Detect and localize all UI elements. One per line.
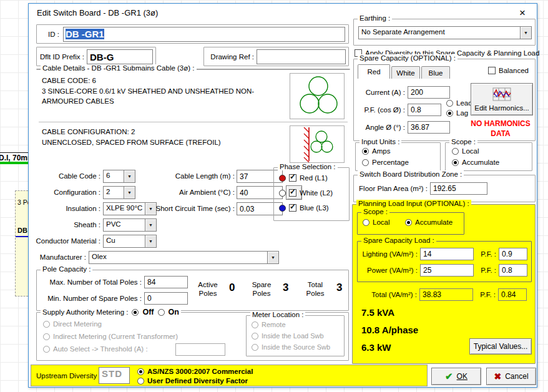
blue-phase-dot: [279, 205, 286, 212]
scope-local-radio[interactable]: [452, 148, 459, 155]
cable-config-line2: UNENCLOSED, SPACED FROM SURFACE (TREFOIL…: [42, 137, 285, 148]
power-label: Power (VA/m²) :: [358, 267, 418, 274]
red-phase-checkbox[interactable]: ✓: [289, 174, 296, 182]
asnzs-radio[interactable]: [137, 368, 144, 375]
edit-harmonics-label: Edit Harmonics...: [474, 104, 529, 112]
amps-radio[interactable]: [362, 148, 369, 155]
threshold-input[interactable]: [175, 343, 225, 356]
configuration-select[interactable]: 2 ▼: [103, 186, 135, 199]
asnzs-label: AS/NZS 3000:2007 Commercial: [147, 368, 253, 375]
planning-accumulate-radio[interactable]: [405, 219, 412, 226]
chevron-down-icon[interactable]: ▼: [145, 235, 157, 248]
cable-length-label: Cable Length (m) :: [144, 172, 235, 180]
floor-area-input[interactable]: [430, 182, 487, 195]
insulation-label: Insulation :: [29, 205, 100, 212]
chevron-down-icon[interactable]: ▼: [145, 218, 157, 232]
ok-button[interactable]: ✔ OK: [431, 368, 481, 385]
background-cable-label: D.I, 70mm: [0, 154, 28, 162]
cable-config-line1: CABLE CONFIGURATION: 2: [42, 127, 285, 137]
upstream-diversity-bar: Upstream Diversity STD AS/NZS 3000:2007 …: [31, 365, 428, 386]
scope-local-label: Local: [462, 147, 479, 155]
cable-code-select[interactable]: 6 ▼: [103, 170, 135, 183]
percentage-radio[interactable]: [362, 159, 369, 166]
inside-source-radio[interactable]: [252, 344, 258, 351]
close-icon[interactable]: ×: [516, 6, 529, 19]
metering-off-label: Off: [142, 308, 154, 316]
pf-input[interactable]: [408, 104, 441, 116]
max-poles-input[interactable]: [144, 276, 188, 288]
spare-capacity-group: Spare Capacity (OPTIONAL) : Red White Bl…: [353, 59, 536, 141]
metering-on-radio[interactable]: [158, 309, 165, 316]
scope-accumulate-radio[interactable]: [452, 159, 459, 166]
total-poles-value: 3: [336, 282, 342, 294]
drawing-ref-label: Drawing Ref :: [207, 53, 254, 61]
red-phase-label: Red (L1): [300, 174, 328, 182]
cable-details-divider: [39, 122, 348, 122]
user-defined-label: User Defined Diversity Factor: [147, 377, 248, 385]
cancel-button[interactable]: ✖ Cancel: [486, 368, 536, 385]
chevron-down-icon[interactable]: ▼: [124, 186, 135, 199]
total-input[interactable]: [419, 288, 473, 301]
min-poles-input[interactable]: [144, 292, 188, 305]
short-circuit-label: Short Circuit Time (sec) :: [144, 205, 235, 212]
conductor-material-select[interactable]: Cu ▼: [103, 235, 157, 248]
auto-select-radio[interactable]: [43, 346, 50, 353]
cancel-x-icon: ✖: [494, 371, 501, 381]
lag-radio[interactable]: [446, 110, 453, 117]
manufacturer-select[interactable]: Olex ▼: [89, 251, 279, 264]
metering-title: Supply Authority Metering :: [42, 308, 128, 316]
background-green-bar: [0, 162, 28, 164]
total-pf-input[interactable]: [498, 288, 527, 301]
min-poles-label: Min. Number of Spare Poles :: [42, 295, 142, 302]
spare-poles-label: Spare Poles: [248, 280, 275, 298]
angle-input[interactable]: [408, 121, 450, 134]
planning-local-radio[interactable]: [363, 219, 369, 226]
balanced-checkbox[interactable]: [488, 67, 496, 74]
tab-white[interactable]: White: [391, 66, 420, 79]
current-label: Current (A) :: [356, 89, 405, 96]
inside-load-label: Inside the Load Swb: [262, 332, 324, 340]
scope-accumulate-label: Accumulate: [462, 159, 499, 166]
metering-legend: Supply Authority Metering : Off On: [41, 308, 181, 316]
drawing-ref-panel: Drawing Ref :: [203, 47, 349, 66]
direct-metering-radio[interactable]: [43, 321, 50, 328]
typical-values-button[interactable]: Typical Values...: [469, 338, 532, 355]
pf-label: P.F. (cos Ø) :: [356, 106, 405, 114]
white-phase-checkbox[interactable]: ✓: [289, 189, 296, 197]
edit-harmonics-button[interactable]: Edit Harmonics...: [471, 83, 533, 115]
lighting-pf-input[interactable]: [499, 248, 527, 260]
chevron-down-icon[interactable]: ▼: [267, 251, 279, 264]
cable-code-label: Cable Code :: [29, 172, 100, 180]
tab-red[interactable]: Red: [358, 64, 390, 79]
upstream-diversity-label: Upstream Diversity: [36, 372, 97, 380]
planning-accumulate-label: Accumulate: [415, 218, 453, 226]
planning-local-label: Local: [373, 218, 390, 226]
a-phase-value: 10.8 A/phase: [361, 325, 418, 335]
power-pf-input[interactable]: [499, 264, 527, 277]
blue-phase-checkbox[interactable]: ✓: [289, 204, 296, 212]
lead-label: Lead: [456, 99, 472, 107]
power-input[interactable]: [420, 264, 474, 277]
chevron-down-icon[interactable]: ▼: [520, 26, 532, 39]
conductor-material-label: Conductor Material :: [29, 237, 100, 245]
user-defined-radio[interactable]: [137, 378, 144, 385]
cable-config-text: CABLE CONFIGURATION: 2 UNENCLOSED, SPACE…: [42, 127, 285, 147]
lighting-input[interactable]: [420, 248, 474, 260]
remote-radio[interactable]: [252, 321, 258, 328]
planning-scope-title: Scope :: [361, 208, 389, 215]
sheath-select[interactable]: PVC ▼: [103, 218, 157, 232]
trefoil-cable-icon: [290, 73, 345, 119]
prefix-input[interactable]: [87, 49, 153, 64]
tab-blue[interactable]: Blue: [421, 66, 450, 79]
chevron-down-icon[interactable]: ▼: [124, 170, 135, 183]
drawing-ref-input[interactable]: [257, 49, 346, 64]
id-input[interactable]: DB -GR1: [63, 27, 345, 42]
inside-load-radio[interactable]: [252, 333, 258, 340]
current-input[interactable]: [408, 86, 450, 99]
earthing-select[interactable]: No Separate Arrangement ▼: [358, 26, 532, 39]
indirect-metering-radio[interactable]: [43, 333, 50, 340]
sheath-label: Sheath :: [29, 221, 100, 228]
phase-selection-group: Phase Selection : ✓ Red (L1) ✓ White (L2…: [273, 167, 350, 221]
metering-off-radio[interactable]: [132, 309, 139, 316]
lead-radio[interactable]: [446, 100, 453, 107]
